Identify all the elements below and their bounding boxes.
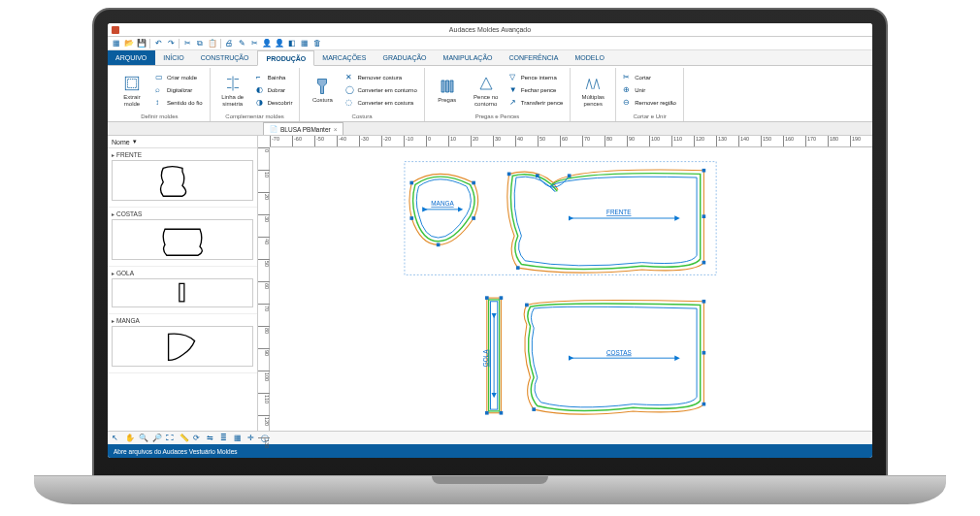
svg-rect-25 [485, 411, 489, 415]
svg-rect-8 [437, 243, 441, 247]
piece-frente[interactable]: FRENTE [507, 169, 705, 273]
measure-icon[interactable]: 📏 [180, 434, 189, 443]
zoom-in-icon[interactable]: 🔍 [139, 434, 148, 443]
hand-icon[interactable]: ✋ [125, 434, 135, 443]
thumb-frente[interactable]: FRENTE [108, 148, 257, 208]
svg-rect-1 [180, 284, 184, 302]
svg-text:FRENTE: FRENTE [606, 209, 632, 215]
svg-rect-30 [702, 300, 706, 304]
tab-construcao[interactable]: CONSTRUÇÃO [193, 50, 258, 65]
close-icon[interactable]: × [334, 126, 338, 133]
remover-regiao-button[interactable]: ⊖Remover região [621, 97, 678, 109]
svg-rect-6 [409, 216, 413, 220]
pleats-icon [439, 77, 456, 96]
svg-rect-29 [525, 304, 529, 307]
tab-conferencia[interactable]: CONFERÊNCIA [502, 50, 568, 65]
ruler-vertical: 0102030405060708090100110120130 [258, 147, 270, 431]
piece-manga[interactable]: MANGA [409, 174, 478, 246]
save-icon[interactable]: 💾 [137, 39, 147, 48]
open-icon[interactable]: 📂 [124, 39, 134, 48]
zoom-out-icon[interactable]: 🔎 [152, 434, 162, 443]
criar-molde-button[interactable]: ▭Criar molde [153, 72, 205, 83]
fit-icon[interactable]: ⛶ [166, 434, 176, 443]
pence-interna-button[interactable]: ▽Pence interna [507, 72, 565, 83]
thumb-costas[interactable]: COSTAS [108, 208, 257, 267]
tab-manipulacao[interactable]: MANIPULAÇÃO [436, 50, 502, 65]
svg-rect-31 [702, 403, 706, 406]
costura-button[interactable]: Costura [305, 68, 340, 113]
snap-icon[interactable]: ✛ [247, 434, 257, 443]
digitalizar-button[interactable]: ⌕Digitalizar [153, 84, 205, 96]
transferir-pence-button[interactable]: ↗Transferir pence [507, 97, 565, 109]
piece-gola[interactable]: GOLA [482, 296, 504, 414]
bainha-button[interactable]: ⌐Bainha [254, 72, 295, 83]
redo-icon[interactable]: ↷ [166, 39, 176, 48]
copy-icon[interactable]: ⧉ [195, 39, 205, 48]
unir-button[interactable]: ⊕Unir [621, 84, 678, 96]
svg-rect-5 [472, 181, 475, 185]
svg-rect-16 [568, 174, 572, 177]
layers-icon[interactable]: ≣ [220, 434, 230, 443]
chevron-down-icon: ▾ [133, 138, 137, 145]
extrair-molde-button[interactable]: Extrair molde [114, 68, 149, 113]
undo-icon[interactable]: ↶ [153, 39, 163, 48]
piece-costas[interactable]: COSTAS [524, 300, 705, 414]
svg-text:MANGA: MANGA [431, 200, 454, 207]
cortar-button[interactable]: ✂Cortar [621, 72, 678, 83]
sentido-fio-button[interactable]: ↕Sentido do fio [153, 97, 205, 109]
svg-rect-26 [500, 411, 504, 415]
window-titlebar: Audaces Moldes Avançado [108, 23, 872, 37]
side-panel-header[interactable]: Nome▾ [108, 136, 257, 148]
new-icon[interactable]: ▦ [112, 39, 121, 48]
quick-access-toolbar: ▦ 📂 💾 ↶ ↷ ✂ ⧉ 📋 🖨 ✎ ✂ 👤 👤 ◧ ▦ 🗑 [108, 37, 872, 50]
tab-file[interactable]: ARQUIVO [108, 50, 155, 65]
thumb-gola[interactable]: GOLA [108, 267, 257, 314]
cut-icon[interactable]: ✂ [182, 39, 192, 48]
pointer-icon[interactable]: ↖ [112, 434, 121, 443]
thumb-manga[interactable]: MANGA [108, 314, 257, 373]
person2-icon[interactable]: 👤 [275, 39, 284, 48]
ruler-horizontal: -70-60-50-40-30-20-100102030405060708090… [270, 136, 872, 147]
svg-rect-32 [532, 407, 536, 411]
descobrir-button[interactable]: ◑Descobrir [254, 97, 295, 109]
paste-icon[interactable]: 📋 [208, 39, 217, 48]
svg-rect-11 [507, 173, 511, 177]
person-icon[interactable]: 👤 [262, 39, 272, 48]
tab-modelo[interactable]: MODELO [567, 50, 612, 65]
converter-costura-button[interactable]: ◌Converter em costura [343, 97, 418, 109]
svg-text:COSTAS: COSTAS [606, 349, 632, 356]
multi-dart-icon [584, 74, 602, 93]
converter-contorno-button[interactable]: ◯Converter em contorno [343, 84, 418, 96]
grid-icon[interactable]: ▦ [300, 39, 310, 48]
svg-rect-12 [702, 169, 706, 173]
dobrar-button[interactable]: ◐Dobrar [254, 84, 295, 96]
delete-icon[interactable]: 🗑 [312, 39, 322, 48]
canvas[interactable]: MANGA [270, 147, 872, 431]
svg-rect-17 [702, 214, 706, 218]
pence-contorno-button[interactable]: Pence no contorno [469, 68, 504, 113]
mirror-icon[interactable]: ⇋ [207, 434, 216, 443]
print-icon[interactable]: 🖨 [224, 39, 234, 48]
tab-marcacoes[interactable]: MARCAÇÕES [314, 50, 375, 65]
document-tab[interactable]: 📄 BLUSA PBManter × [263, 122, 343, 135]
remover-costura-button[interactable]: ✕Remover costura [343, 72, 418, 83]
tool2-icon[interactable]: ✂ [249, 39, 259, 48]
svg-rect-13 [702, 261, 706, 265]
tab-graduacao[interactable]: GRADUAÇÃO [375, 50, 435, 65]
pregas-button[interactable]: Pregas [430, 68, 465, 113]
svg-rect-24 [500, 296, 504, 300]
fechar-pence-button[interactable]: ▼Fechar pence [507, 84, 565, 96]
tab-producao[interactable]: PRODUÇÃO [257, 50, 314, 66]
symmetry-icon [224, 74, 242, 93]
side-panel: Nome▾ FRENTE COSTAS GOLA MANGA [108, 136, 258, 431]
linha-simetria-button[interactable]: Linha de simetria [215, 68, 250, 113]
rotate-icon[interactable]: ⟳ [193, 434, 203, 443]
multiplas-pences-button[interactable]: Múltiplas pences [575, 68, 610, 113]
tool-icon[interactable]: ✎ [237, 39, 246, 48]
tab-inicio[interactable]: INÍCIO [155, 50, 192, 65]
status-text: Abre arquivos do Audaces Vestuário Molde… [114, 448, 238, 455]
ribbon: Extrair molde ▭Criar molde ⌕Digitalizar … [108, 66, 872, 122]
item-icon[interactable]: ◧ [287, 39, 297, 48]
grid-icon[interactable]: ▦ [234, 434, 244, 443]
svg-rect-33 [702, 351, 706, 355]
